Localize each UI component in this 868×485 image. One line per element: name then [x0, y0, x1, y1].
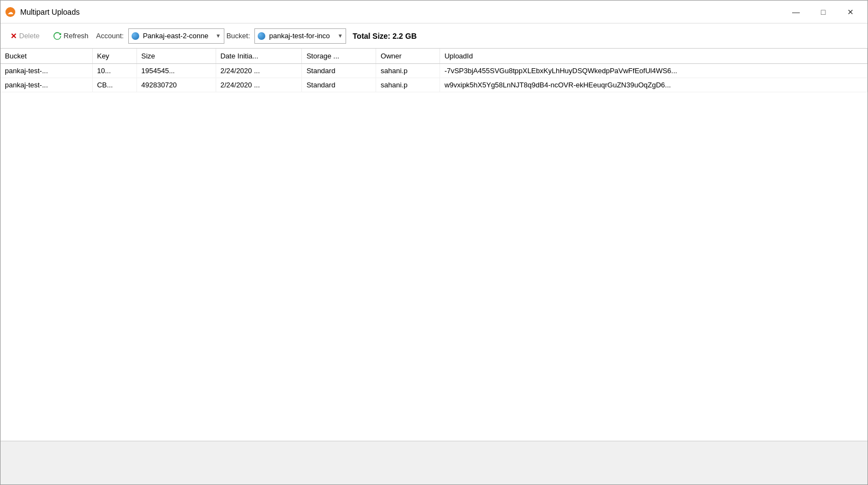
bucket-select[interactable]: pankaj-test-for-inco: [254, 28, 346, 44]
bucket-label: Bucket:: [227, 32, 250, 40]
close-button[interactable]: ✕: [838, 3, 863, 21]
col-uploadid: UploadId: [440, 49, 867, 64]
account-select-wrapper: Pankaj-east-2-conne ▼: [128, 28, 224, 44]
col-storage: Storage ...: [302, 49, 376, 64]
table-cell: -7vSP3bjA455SVGu8tppXLEbxKyLhHuyDSQWkedp…: [440, 64, 867, 78]
table-cell: 10...: [92, 64, 136, 78]
main-window: ☁ Multipart Uploads — □ ✕ ✕ Delete Refre…: [0, 0, 868, 485]
total-size-label: Total Size: 2.2 GB: [353, 32, 417, 40]
table-row[interactable]: pankaj-test-...10...1954545...2/24/2020 …: [1, 64, 867, 78]
delete-icon: ✕: [10, 32, 17, 40]
col-size: Size: [136, 49, 216, 64]
col-key: Key: [92, 49, 136, 64]
svg-text:☁: ☁: [8, 9, 13, 15]
table-cell: 2/24/2020 ...: [216, 64, 302, 78]
account-label: Account:: [96, 32, 124, 40]
account-select[interactable]: Pankaj-east-2-conne: [128, 28, 224, 44]
table-cell: 492830720: [136, 78, 216, 92]
table-cell: pankaj-test-...: [1, 78, 92, 92]
delete-button[interactable]: ✕ Delete: [5, 27, 45, 45]
refresh-button[interactable]: Refresh: [47, 27, 94, 45]
app-icon: ☁: [5, 7, 16, 17]
col-date: Date Initia...: [216, 49, 302, 64]
bucket-select-wrapper: pankaj-test-for-inco ▼: [254, 28, 346, 44]
table-cell: sahani.p: [376, 64, 440, 78]
bucket-globe-icon: [258, 32, 265, 40]
table-cell: w9vxipk5hX5Yg58LnNJT8q9dB4-ncOVR-ekHEeuq…: [440, 78, 867, 92]
table-cell: 1954545...: [136, 64, 216, 78]
toolbar: ✕ Delete Refresh Account: Pankaj-east-2-…: [1, 23, 867, 49]
uploads-table: Bucket Key Size Date Initia... Storage .…: [1, 49, 867, 92]
col-bucket: Bucket: [1, 49, 92, 64]
table-cell: pankaj-test-...: [1, 64, 92, 78]
minimize-button[interactable]: —: [783, 3, 808, 21]
table-cell: 2/24/2020 ...: [216, 78, 302, 92]
maximize-button[interactable]: □: [811, 3, 836, 21]
table-cell: Standard: [302, 78, 376, 92]
title-bar-controls: — □ ✕: [783, 3, 863, 21]
title-bar-left: ☁ Multipart Uploads: [5, 7, 80, 17]
table-cell: sahani.p: [376, 78, 440, 92]
title-bar: ☁ Multipart Uploads — □ ✕: [1, 1, 867, 23]
table-container: Bucket Key Size Date Initia... Storage .…: [1, 49, 867, 441]
col-owner: Owner: [376, 49, 440, 64]
refresh-label: Refresh: [64, 32, 89, 40]
table-body: pankaj-test-...10...1954545...2/24/2020 …: [1, 64, 867, 92]
status-bar: [1, 441, 867, 484]
table-row[interactable]: pankaj-test-...CB...4928307202/24/2020 .…: [1, 78, 867, 92]
account-globe-icon: [132, 32, 139, 40]
table-cell: CB...: [92, 78, 136, 92]
refresh-icon: [53, 32, 62, 40]
table-header-row: Bucket Key Size Date Initia... Storage .…: [1, 49, 867, 64]
delete-label: Delete: [19, 32, 40, 40]
table-cell: Standard: [302, 64, 376, 78]
window-title: Multipart Uploads: [20, 8, 80, 16]
